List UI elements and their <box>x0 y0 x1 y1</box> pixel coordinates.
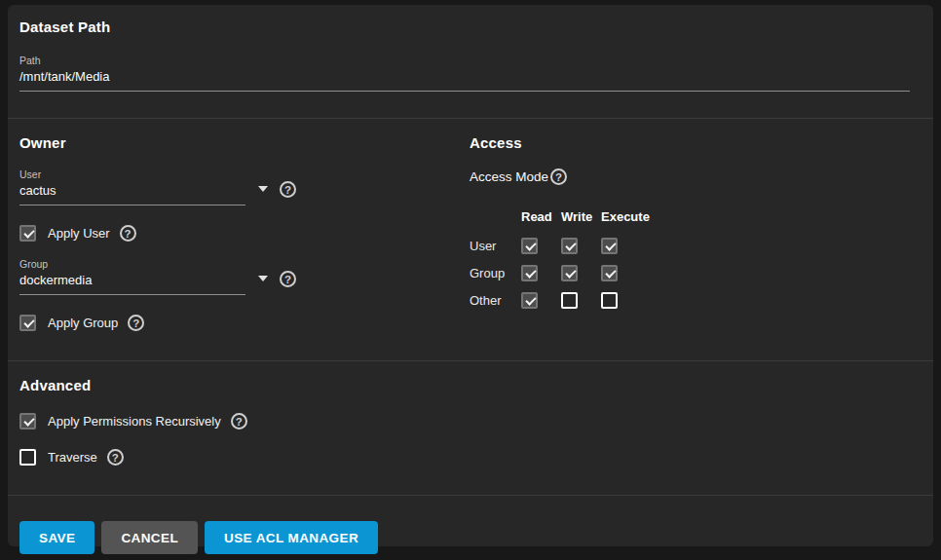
apply-group-row: Apply Group ? <box>19 315 470 331</box>
group-help-icon[interactable]: ? <box>280 271 296 287</box>
apply-group-checkbox[interactable] <box>19 315 36 331</box>
row-label-user: User <box>470 239 521 253</box>
use-acl-manager-button[interactable]: USE ACL MANAGER <box>205 521 378 554</box>
apply-group-help-icon[interactable]: ? <box>128 315 144 331</box>
path-field-value[interactable]: /mnt/tank/Media <box>19 68 910 92</box>
user-execute-checkbox[interactable] <box>601 238 618 254</box>
access-mode-label: Access Mode <box>470 169 548 184</box>
user-write-checkbox[interactable] <box>561 238 578 254</box>
access-row-group: Group <box>470 259 918 286</box>
group-select-label: Group <box>19 258 245 270</box>
access-column: Access Access Mode ? Read Write Execute … <box>470 134 918 331</box>
apply-recursively-checkbox[interactable] <box>19 413 36 429</box>
group-dropdown-arrow-icon[interactable] <box>258 276 268 281</box>
user-dropdown-arrow-icon[interactable] <box>258 186 268 192</box>
access-heading: Access <box>470 134 918 151</box>
traverse-checkbox[interactable] <box>19 449 36 466</box>
cancel-button[interactable]: CANCEL <box>101 521 198 554</box>
user-select-label: User <box>19 168 245 180</box>
path-field-label: Path <box>19 55 910 66</box>
apply-group-label: Apply Group <box>48 316 118 330</box>
col-header-read: Read <box>521 209 561 224</box>
user-select-row: User cactus ? <box>19 168 470 205</box>
group-write-checkbox[interactable] <box>561 265 578 281</box>
owner-column: Owner User cactus ? Apply User ? Group d… <box>19 134 470 331</box>
apply-user-label: Apply User <box>48 226 110 241</box>
apply-user-help-icon[interactable]: ? <box>120 225 136 242</box>
group-select-row: Group dockermedia ? <box>19 258 470 295</box>
other-read-checkbox[interactable] <box>521 292 538 309</box>
group-execute-checkbox[interactable] <box>601 265 618 281</box>
access-row-user: User <box>470 232 918 259</box>
user-read-checkbox[interactable] <box>521 238 538 254</box>
user-select[interactable]: User cactus <box>19 168 245 205</box>
dataset-path-heading: Dataset Path <box>19 19 918 35</box>
group-select[interactable]: Group dockermedia <box>19 258 245 295</box>
traverse-label: Traverse <box>48 450 97 465</box>
save-button[interactable]: SAVE <box>19 521 94 554</box>
section-advanced: Advanced Apply Permissions Recursively ?… <box>8 361 933 495</box>
owner-heading: Owner <box>19 134 470 151</box>
apply-user-row: Apply User ? <box>19 225 470 242</box>
footer-actions: SAVE CANCEL USE ACL MANAGER <box>8 496 933 554</box>
other-write-checkbox[interactable] <box>561 292 578 309</box>
user-select-value[interactable]: cactus <box>19 182 245 205</box>
access-mode-row: Access Mode ? <box>470 168 918 185</box>
apply-recursively-help-icon[interactable]: ? <box>231 413 247 429</box>
section-owner-access: Owner User cactus ? Apply User ? Group d… <box>8 119 933 360</box>
row-label-other: Other <box>470 293 521 308</box>
col-header-write: Write <box>561 209 601 224</box>
row-label-group: Group <box>470 266 521 280</box>
advanced-heading: Advanced <box>19 377 918 393</box>
access-row-other: Other <box>470 286 918 314</box>
access-mode-grid: Read Write Execute User Group <box>470 206 918 314</box>
edit-permissions-card: Dataset Path Path /mnt/tank/Media Owner … <box>8 5 933 546</box>
apply-recursively-label: Apply Permissions Recursively <box>48 414 221 429</box>
section-dataset-path: Dataset Path Path /mnt/tank/Media <box>8 5 933 118</box>
path-field[interactable]: Path /mnt/tank/Media <box>19 55 910 92</box>
other-execute-checkbox[interactable] <box>601 292 618 309</box>
col-header-execute: Execute <box>601 209 656 224</box>
traverse-row: Traverse ? <box>19 449 918 466</box>
group-select-value[interactable]: dockermedia <box>19 272 245 295</box>
user-help-icon[interactable]: ? <box>280 181 296 198</box>
group-read-checkbox[interactable] <box>521 265 538 281</box>
access-mode-help-icon[interactable]: ? <box>550 168 567 185</box>
traverse-help-icon[interactable]: ? <box>107 449 124 466</box>
access-grid-header: Read Write Execute <box>470 206 918 226</box>
recursive-row: Apply Permissions Recursively ? <box>19 413 918 429</box>
apply-user-checkbox[interactable] <box>19 225 36 242</box>
